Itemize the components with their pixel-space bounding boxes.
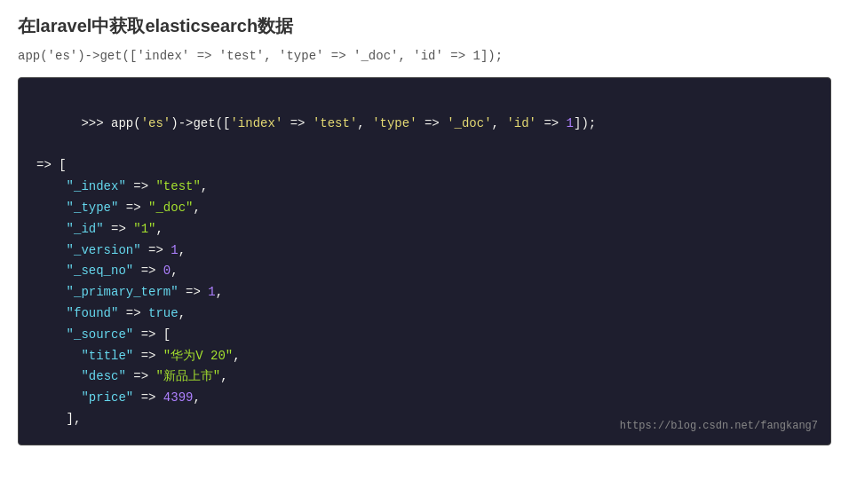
watermark: https://blog.csdn.net/fangkang7 (620, 417, 818, 435)
code-line-title: "title" => "华为V 20", (36, 346, 813, 367)
code-line-version: "_version" => 1, (36, 240, 813, 262)
page-title: 在laravel中获取elasticsearch数据 (18, 14, 831, 38)
code-line-primary-term: "_primary_term" => 1, (36, 282, 813, 303)
subtitle-code: app('es')->get(['index' => 'test', 'type… (18, 49, 831, 63)
code-line-seq-no: "_seq_no" => 0, (36, 261, 813, 282)
code-line-prompt: >>> app('es')->get(['index' => 'test', '… (36, 92, 813, 155)
code-command: app('es')->get(['index' => 'test', 'type… (111, 116, 596, 130)
code-line-type: "_type" => "_doc", (36, 198, 813, 219)
code-line-arrow: => [ (36, 155, 813, 177)
page-container: 在laravel中获取elasticsearch数据 app('es')->ge… (0, 0, 849, 504)
code-line-id: "_id" => "1", (36, 219, 813, 240)
code-line-price: "price" => 4399, (36, 388, 813, 409)
code-line-source: "_source" => [ (36, 325, 813, 346)
code-line-index: "_index" => "test", (36, 177, 813, 198)
code-block: >>> app('es')->get(['index' => 'test', '… (18, 77, 831, 445)
prompt-symbol: >>> (81, 116, 111, 130)
code-line-found: "found" => true, (36, 303, 813, 325)
code-line-desc: "desc" => "新品上市", (36, 366, 813, 388)
